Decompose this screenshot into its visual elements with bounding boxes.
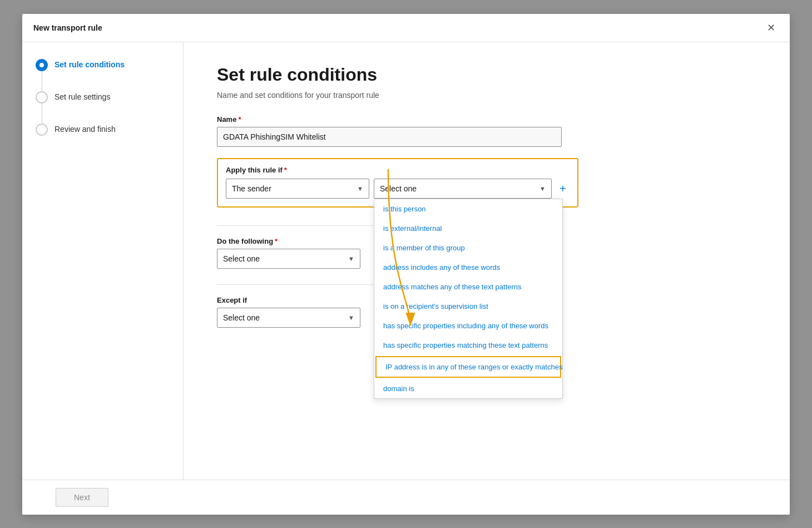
apply-rule-label: Apply this rule if* xyxy=(226,166,570,174)
option-is-this-person[interactable]: is this person xyxy=(374,199,562,219)
page-title: Set rule conditions xyxy=(217,65,756,85)
close-button[interactable]: ✕ xyxy=(764,22,779,34)
step-3: Review and finish xyxy=(36,124,170,136)
stepper: Set rule conditions Set rule settings Re… xyxy=(22,42,184,480)
svg-point-0 xyxy=(39,63,44,67)
step-1-connector xyxy=(42,71,42,91)
step-3-circle xyxy=(36,124,48,136)
except-if-dropdown[interactable]: Select one ▼ xyxy=(217,308,360,328)
step-2-connector xyxy=(42,103,42,124)
option-on-supervision-list[interactable]: is on a recipient's supervision list xyxy=(374,297,562,316)
modal-footer: Next xyxy=(22,480,790,515)
sender-value: The sender xyxy=(232,184,271,193)
condition-dropdown[interactable]: Select one ▼ xyxy=(374,179,552,199)
step-1-circle xyxy=(36,59,48,71)
step-2-circle xyxy=(36,91,48,103)
step-2-label: Set rule settings xyxy=(55,91,110,101)
option-is-member-of-group[interactable]: is a member of this group xyxy=(374,238,562,258)
condition-dropdown-menu: is this person is external/internal is a… xyxy=(374,199,563,399)
apply-rule-box: Apply this rule if* The sender ▼ xyxy=(217,158,578,208)
option-address-matches-patterns[interactable]: address matches any of these text patter… xyxy=(374,277,562,297)
condition-chevron-icon: ▼ xyxy=(539,185,546,192)
option-is-external-internal[interactable]: is external/internal xyxy=(374,219,562,238)
step-2: Set rule settings xyxy=(36,91,170,103)
except-if-chevron-icon: ▼ xyxy=(348,314,354,321)
modal-header: New transport rule ✕ xyxy=(22,14,790,42)
modal-title: New transport rule xyxy=(33,23,102,32)
page-subtitle: Name and set conditions for your transpo… xyxy=(217,91,756,100)
condition-placeholder: Select one xyxy=(380,184,417,193)
apply-rule-row: The sender ▼ Select one ▼ xyxy=(226,179,570,199)
step-1: Set rule conditions xyxy=(36,59,170,71)
add-condition-button[interactable]: + xyxy=(556,183,570,194)
apply-rule-section: Apply this rule if* The sender ▼ xyxy=(217,158,756,210)
name-label: Name* xyxy=(217,115,756,124)
option-address-includes-words[interactable]: address includes any of these words xyxy=(374,258,562,277)
modal: New transport rule ✕ Set rule conditions… xyxy=(22,14,790,515)
do-following-dropdown[interactable]: Select one ▼ xyxy=(217,249,360,269)
option-has-specific-props-patterns[interactable]: has specific properties matching these t… xyxy=(374,335,562,355)
except-if-placeholder: Select one xyxy=(223,313,260,322)
step-1-label: Set rule conditions xyxy=(55,59,125,69)
sender-dropdown[interactable]: The sender ▼ xyxy=(226,179,369,199)
modal-body: Set rule conditions Set rule settings Re… xyxy=(22,42,790,480)
option-domain-is[interactable]: domain is xyxy=(374,379,562,398)
sender-chevron-icon: ▼ xyxy=(357,185,363,192)
option-has-specific-props-words[interactable]: has specific properties including any of… xyxy=(374,316,562,335)
do-following-placeholder: Select one xyxy=(223,254,260,263)
option-ip-address-ranges[interactable]: IP address is in any of these ranges or … xyxy=(375,356,561,378)
main-content: Set rule conditions Name and set conditi… xyxy=(184,42,790,480)
condition-container: Select one ▼ is this person is external/… xyxy=(374,179,552,199)
do-following-chevron-icon: ▼ xyxy=(348,255,354,262)
step-3-label: Review and finish xyxy=(55,124,116,134)
next-button[interactable]: Next xyxy=(56,488,108,507)
modal-overlay: New transport rule ✕ Set rule conditions… xyxy=(0,0,812,528)
name-input[interactable] xyxy=(217,127,562,147)
